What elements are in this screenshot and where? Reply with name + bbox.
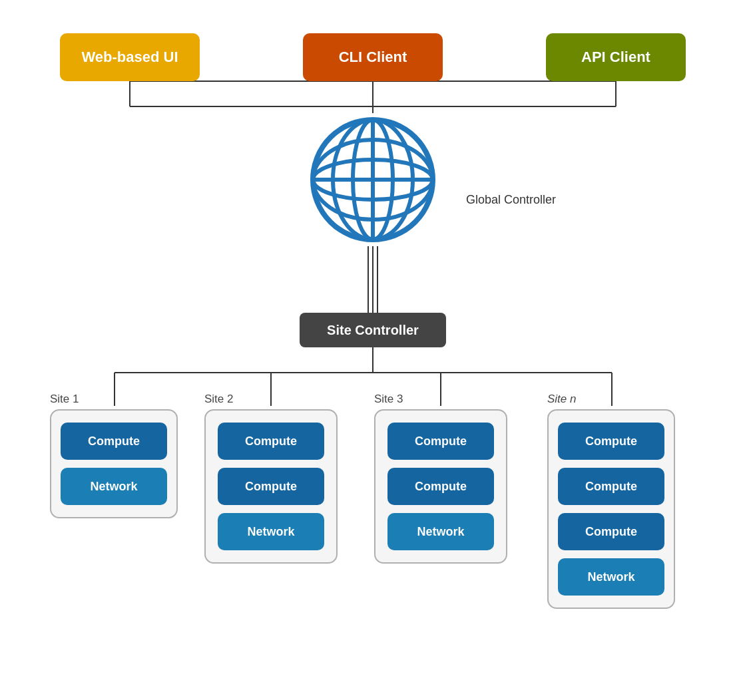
cli-label: CLI Client bbox=[339, 49, 407, 66]
site-n-compute-3: Compute bbox=[558, 513, 664, 550]
site-2-network: Network bbox=[218, 513, 324, 550]
global-controller-icon bbox=[306, 113, 439, 246]
site-2-label: Site 2 bbox=[204, 393, 233, 405]
site-3-label: Site 3 bbox=[374, 393, 403, 405]
site-n-container: Compute Compute Compute Network bbox=[547, 409, 675, 609]
site-1-label: Site 1 bbox=[50, 393, 79, 405]
site-controller-label: Site Controller bbox=[327, 323, 419, 338]
cli-client-box: CLI Client bbox=[303, 33, 443, 81]
site-3-compute-1: Compute bbox=[387, 423, 494, 460]
web-ui-box: Web-based UI bbox=[60, 33, 200, 81]
site-2-container: Compute Compute Network bbox=[204, 409, 338, 564]
site-n-compute-1: Compute bbox=[558, 423, 664, 460]
site-3-compute-2: Compute bbox=[387, 468, 494, 505]
global-controller-label: Global Controller bbox=[466, 193, 556, 207]
diagram: Web-based UI CLI Client API Client Globa… bbox=[0, 0, 745, 700]
site-3-network: Network bbox=[387, 513, 494, 550]
site-1-container: Compute Network bbox=[50, 409, 178, 518]
api-client-box: API Client bbox=[546, 33, 686, 81]
site-2-compute-1: Compute bbox=[218, 423, 324, 460]
site-n-network: Network bbox=[558, 558, 664, 596]
site-n-compute-2: Compute bbox=[558, 468, 664, 505]
site-1-network: Network bbox=[61, 468, 167, 505]
site-controller-box: Site Controller bbox=[300, 313, 446, 347]
site-3-container: Compute Compute Network bbox=[374, 409, 507, 564]
site-n-label: Site n bbox=[547, 393, 577, 405]
site-1-compute: Compute bbox=[61, 423, 167, 460]
site-2-compute-2: Compute bbox=[218, 468, 324, 505]
site-1-label-container: Site 1 bbox=[50, 393, 79, 406]
site-2-label-container: Site 2 bbox=[204, 393, 233, 406]
site-n-label-container: Site n bbox=[547, 393, 577, 406]
web-ui-label: Web-based UI bbox=[81, 49, 178, 66]
site-3-label-container: Site 3 bbox=[374, 393, 403, 406]
api-label: API Client bbox=[581, 49, 650, 66]
